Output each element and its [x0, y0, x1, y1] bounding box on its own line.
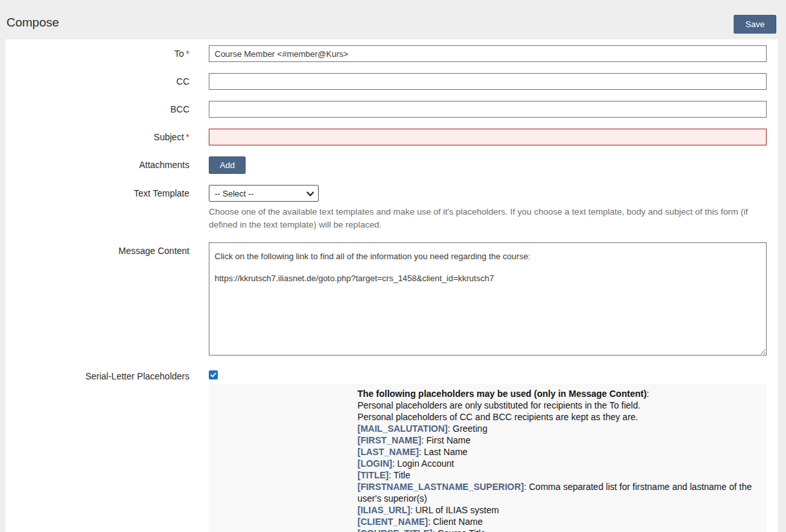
- page-title: Compose: [6, 15, 59, 30]
- save-button[interactable]: Save: [734, 15, 776, 34]
- bcc-label: BCC: [5, 101, 209, 118]
- required-asterisk: *: [186, 132, 189, 142]
- text-template-row: Text Template -- Select -- Choose one of…: [5, 185, 778, 231]
- placeholder-token: [FIRST_NAME]: [357, 435, 421, 445]
- serial-placeholders-checkbox[interactable]: [209, 370, 218, 379]
- subject-input[interactable]: [209, 129, 767, 145]
- check-icon: [210, 372, 217, 378]
- message-content-label: Message Content: [5, 242, 209, 358]
- placeholder-item: [MAIL_SALUTATION]: Greeting: [357, 423, 760, 434]
- serial-placeholders-label: Serial-Letter Placeholders: [5, 369, 209, 532]
- placeholder-item: [COURSE_TITLE]: Course Title: [357, 527, 760, 532]
- placeholder-token: [MAIL_SALUTATION]: [357, 423, 447, 434]
- to-label: To*: [5, 45, 209, 62]
- placeholder-item: [FIRSTNAME_LASTNAME_SUPERIOR]: Comma sep…: [357, 481, 760, 504]
- placeholder-item: [FIRST_NAME]: First Name: [357, 434, 760, 446]
- to-row: To*: [5, 45, 778, 62]
- placeholder-item: [TITLE]: Title: [357, 469, 760, 481]
- add-attachment-button[interactable]: Add: [209, 156, 246, 174]
- text-template-select[interactable]: -- Select --: [209, 185, 319, 202]
- placeholders-info-title: The following placeholders may be used (…: [357, 388, 760, 399]
- cc-row: CC: [5, 73, 778, 90]
- placeholder-token: [COURSE_TITLE]: [357, 528, 432, 532]
- bcc-row: BCC: [5, 101, 778, 118]
- placeholder-item: [LOGIN]: Login Account: [357, 458, 760, 469]
- placeholder-token: [ILIAS_URL]: [357, 505, 410, 515]
- text-template-help: Choose one of the available text templat…: [209, 206, 762, 231]
- serial-placeholders-row: Serial-Letter Placeholders The following…: [5, 369, 778, 532]
- to-input[interactable]: [209, 45, 767, 62]
- subject-row: Subject*: [5, 129, 778, 145]
- attachments-label: Attachments: [5, 156, 209, 174]
- cc-input[interactable]: [209, 73, 767, 90]
- placeholder-token: [CLIENT_NAME]: [357, 516, 428, 527]
- page-header: Compose Save: [0, 0, 786, 39]
- placeholder-token: [TITLE]: [357, 470, 388, 480]
- bcc-input[interactable]: [209, 101, 767, 118]
- placeholder-token: [LAST_NAME]: [357, 447, 419, 457]
- subject-label: Subject*: [5, 129, 209, 145]
- placeholders-info-panel: The following placeholders may be used (…: [209, 384, 767, 532]
- placeholder-token: [FIRSTNAME_LASTNAME_SUPERIOR]: [357, 482, 524, 492]
- text-template-label: Text Template: [5, 185, 209, 231]
- message-content-textarea[interactable]: Click on the following link to find all …: [209, 242, 767, 356]
- placeholders-info-line: Personal placeholders of CC and BCC reci…: [357, 411, 760, 423]
- placeholder-item: [ILIAS_URL]: URL of ILIAS system: [357, 504, 760, 516]
- attachments-row: Attachments Add: [5, 156, 778, 174]
- message-content-row: Message Content Click on the following l…: [5, 242, 778, 358]
- placeholder-item: [LAST_NAME]: Last Name: [357, 446, 760, 458]
- placeholder-item: [CLIENT_NAME]: Client Name: [357, 516, 760, 527]
- placeholder-token: [LOGIN]: [357, 458, 392, 469]
- compose-form: To* CC BCC Subject* Attachments Add: [5, 39, 778, 532]
- placeholders-info-line: Personal placeholders are only substitut…: [357, 399, 760, 411]
- cc-label: CC: [5, 73, 209, 90]
- required-asterisk: *: [186, 48, 189, 59]
